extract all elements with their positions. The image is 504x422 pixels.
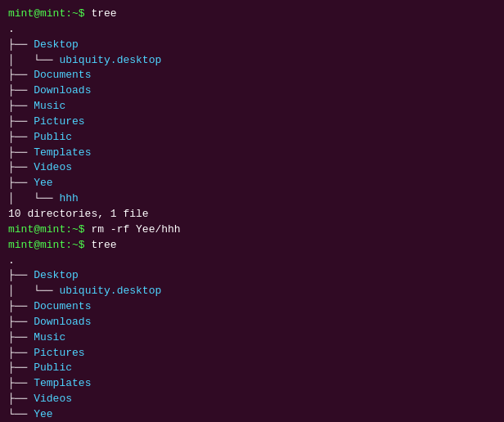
tree-item: Documents bbox=[34, 300, 91, 312]
tree-branch: ├── bbox=[8, 161, 34, 173]
tree-item: Music bbox=[34, 331, 65, 343]
terminal-line: ├── Public bbox=[8, 361, 496, 376]
tree-branch: ├── bbox=[8, 377, 34, 389]
tree-branch: ├── bbox=[8, 115, 34, 128]
terminal-line: mint@mint:~$ tree bbox=[8, 7, 496, 22]
terminal-line: mint@mint:~$ rm -rf Yee/hhh bbox=[8, 222, 496, 238]
terminal-line: . bbox=[8, 254, 496, 269]
terminal-output: mint@mint:~$ tree.├── Desktop│ └── ubiqu… bbox=[8, 7, 496, 422]
tree-branch: ├── bbox=[8, 177, 34, 189]
terminal-line: │ └── ubiquity.desktop bbox=[8, 53, 496, 69]
tree-branch: ├── bbox=[8, 331, 34, 343]
command-text: tree bbox=[91, 239, 116, 251]
terminal-line: ├── Videos bbox=[8, 160, 496, 176]
prompt-text: mint@mint:~$ bbox=[8, 223, 91, 236]
terminal-line: ├── Templates bbox=[8, 376, 496, 392]
terminal-line: ├── Videos bbox=[8, 392, 496, 407]
command-text: tree bbox=[91, 7, 116, 20]
tree-branch: ├── bbox=[8, 300, 34, 312]
tree-item: ubiquity.desktop bbox=[59, 285, 161, 297]
prompt-text: mint@mint:~$ bbox=[8, 7, 91, 20]
tree-branch: ├── bbox=[8, 38, 34, 51]
terminal-line: ├── Music bbox=[8, 99, 496, 114]
terminal-line: ├── Public bbox=[8, 130, 496, 146]
prompt-text: mint@mint:~$ bbox=[8, 239, 91, 251]
tree-item: Videos bbox=[34, 393, 72, 405]
tree-item: Documents bbox=[34, 69, 91, 81]
tree-branch: ├── bbox=[8, 269, 34, 281]
tree-branch: ├── bbox=[8, 347, 34, 359]
tree-branch: ├── bbox=[8, 146, 34, 159]
terminal-line: ├── Documents bbox=[8, 299, 496, 315]
tree-item: Desktop bbox=[34, 38, 79, 51]
terminal-line: ├── Desktop bbox=[8, 268, 496, 284]
tree-item: ubiquity.desktop bbox=[59, 54, 161, 66]
tree-item: Templates bbox=[34, 377, 91, 389]
tree-item: Templates bbox=[34, 146, 91, 159]
terminal-line: mint@mint:~$ tree bbox=[8, 238, 496, 254]
tree-item: Music bbox=[34, 100, 65, 112]
tree-branch: . bbox=[8, 23, 15, 35]
tree-branch: ├── bbox=[8, 84, 34, 97]
terminal-line: ├── Desktop bbox=[8, 38, 496, 53]
summary-line: 10 directories, 1 file bbox=[8, 207, 496, 222]
tree-branch: ├── bbox=[8, 131, 34, 143]
tree-item: Pictures bbox=[34, 115, 84, 128]
tree-branch: ├── bbox=[8, 316, 34, 328]
tree-item: Public bbox=[34, 361, 72, 374]
tree-branch: ├── bbox=[8, 361, 34, 374]
tree-item: Desktop bbox=[34, 269, 79, 281]
terminal-line: ├── Documents bbox=[8, 68, 496, 83]
terminal-line: ├── Yee bbox=[8, 176, 496, 191]
tree-item: Public bbox=[34, 131, 72, 143]
terminal-line: ├── Pictures bbox=[8, 114, 496, 130]
terminal-line: ├── Downloads bbox=[8, 83, 496, 99]
terminal-line: │ └── ubiquity.desktop bbox=[8, 284, 496, 299]
tree-branch: │ └── bbox=[8, 285, 59, 297]
tree-item: Downloads bbox=[34, 84, 91, 97]
tree-branch: . bbox=[8, 254, 15, 267]
terminal-line: . bbox=[8, 22, 496, 38]
command-text: rm -rf Yee/hhh bbox=[91, 223, 180, 236]
tree-branch: │ └── bbox=[8, 192, 59, 204]
tree-item: Pictures bbox=[34, 347, 84, 359]
terminal-line: │ └── hhh bbox=[8, 191, 496, 207]
tree-item: Downloads bbox=[34, 316, 91, 328]
tree-branch: ├── bbox=[8, 393, 34, 405]
tree-item: hhh bbox=[59, 192, 78, 204]
tree-branch: └── bbox=[8, 408, 34, 420]
tree-branch: ├── bbox=[8, 100, 34, 112]
terminal-line: ├── Music bbox=[8, 330, 496, 346]
terminal-line: ├── Downloads bbox=[8, 315, 496, 330]
terminal-line: └── Yee bbox=[8, 407, 496, 422]
terminal-line: ├── Pictures bbox=[8, 346, 496, 361]
tree-branch: │ └── bbox=[8, 54, 59, 66]
tree-item: Yee bbox=[34, 408, 52, 420]
terminal-line: ├── Templates bbox=[8, 146, 496, 161]
tree-item: Videos bbox=[34, 161, 72, 173]
tree-item: Yee bbox=[34, 177, 52, 189]
tree-branch: ├── bbox=[8, 69, 34, 81]
